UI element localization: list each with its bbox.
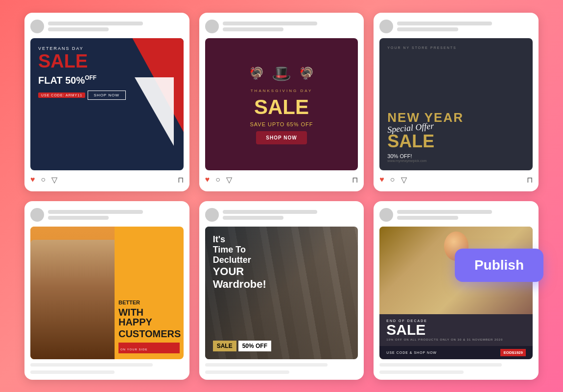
happy-customers: CUSTOMERS xyxy=(118,329,180,339)
veterans-shop-now[interactable]: SHOP NOW xyxy=(88,91,126,100)
happy-person-photo xyxy=(30,227,115,359)
card-header-veterans xyxy=(30,19,184,34)
thanksgiving-shop-now[interactable]: SHOP NOW xyxy=(256,131,306,144)
card-bottom-line-short xyxy=(379,370,464,374)
comment-icon[interactable]: ○ xyxy=(390,175,395,184)
header-lines-decade xyxy=(397,210,533,220)
declutter-time: Time To xyxy=(213,245,351,255)
card-header-thanksgiving xyxy=(205,19,358,34)
thanksgiving-sale: SALE xyxy=(254,97,309,117)
card-actions-thanksgiving: ♥ ○ ▽ ⊓ xyxy=(205,174,358,185)
card-header-happy xyxy=(30,207,184,223)
main-container: VETERANS DAY SALE FLAT 50%OFF USE CODE: … xyxy=(24,13,539,380)
image-veterans: VETERANS DAY SALE FLAT 50%OFF USE CODE: … xyxy=(30,38,184,170)
card-header-newyear xyxy=(379,19,533,34)
newyear-new: NEW YEAR xyxy=(387,111,525,124)
veterans-content: VETERANS DAY SALE FLAT 50%OFF USE CODE: … xyxy=(38,46,176,100)
decade-text-box: END OF DECADE SALE 10% OFF ON ALL PRODUC… xyxy=(379,314,533,346)
header-lines-thanksgiving xyxy=(223,22,358,31)
header-line-handle xyxy=(223,216,284,220)
newyear-url: www.mynewyearpick.com xyxy=(387,159,525,162)
newyear-sale: SALE xyxy=(387,133,525,150)
decade-sale: SALE xyxy=(386,323,526,337)
action-left-newyear: ♥ ○ ▽ xyxy=(379,175,406,184)
thanksgiving-save: SAVE UPTO 65% OFF xyxy=(250,121,313,127)
header-lines-newyear xyxy=(397,22,533,31)
newyear-off: 30% OFF! xyxy=(387,153,525,159)
declutter-to: Declutter xyxy=(213,255,351,265)
card-decade: END OF DECADE SALE 10% OFF ON ALL PRODUC… xyxy=(374,201,539,380)
happy-text-section: BETTER WITH HAPPY CUSTOMERS ON YOUR SIDE xyxy=(115,294,184,359)
heart-icon[interactable]: ♥ xyxy=(205,175,210,184)
avatar-veterans xyxy=(30,20,44,33)
declutter-its: It's xyxy=(213,234,351,245)
decade-usecode: USE CODE & SHOP NOW xyxy=(386,351,437,354)
header-lines-declutter xyxy=(223,210,358,220)
happy-red-bar: ON YOUR SIDE xyxy=(118,343,180,353)
declutter-percent: 50% OFF xyxy=(238,341,271,351)
card-bottom-line-short xyxy=(30,370,115,374)
happy-person-silhouette xyxy=(30,240,115,359)
happy-better: BETTER xyxy=(118,300,180,305)
header-line-handle xyxy=(223,27,284,31)
turkey-right-icon: 🦃 xyxy=(299,67,314,80)
header-line-handle xyxy=(48,27,109,31)
header-line-handle xyxy=(397,27,458,31)
share-icon[interactable]: ▽ xyxy=(51,175,57,184)
avatar-decade xyxy=(379,208,393,222)
card-bottom-line xyxy=(379,363,502,367)
image-happy: BETTER WITH HAPPY CUSTOMERS ON YOUR SIDE xyxy=(30,227,184,359)
card-bottom-line-short xyxy=(205,370,289,374)
thanksgiving-label: THANKSGIVING DAY xyxy=(251,89,313,93)
comment-icon[interactable]: ○ xyxy=(41,175,46,184)
action-left-thanksgiving: ♥ ○ ▽ xyxy=(205,175,232,184)
header-lines-veterans xyxy=(48,22,184,31)
bookmark-icon[interactable]: ⊓ xyxy=(352,175,358,184)
header-line-name xyxy=(48,22,143,25)
veterans-title: VETERANS DAY xyxy=(38,46,176,51)
share-icon[interactable]: ▽ xyxy=(226,175,232,184)
happy-with: WITH HAPPY xyxy=(118,307,180,327)
declutter-text: It's Time To Declutter Your Wardrobe! xyxy=(213,234,351,291)
header-line-handle xyxy=(397,216,458,220)
decade-code-badge: EOD$1929 xyxy=(500,349,526,356)
image-newyear: YOUR NY STORE PRESENTS NEW YEAR Special … xyxy=(379,38,533,170)
declutter-wardrobe: Wardrobe! xyxy=(213,278,351,291)
action-left-veterans: ♥ ○ ▽ xyxy=(30,175,57,184)
card-header-decade xyxy=(379,207,533,223)
publish-button[interactable]: Publish xyxy=(455,249,543,282)
heart-icon[interactable]: ♥ xyxy=(379,175,384,184)
card-bottom-line xyxy=(205,363,328,367)
card-actions-veterans: ♥ ○ ▽ ⊓ xyxy=(30,174,184,185)
hat-icon: 🎩 xyxy=(272,64,291,83)
veterans-sale: SALE xyxy=(38,52,176,70)
newyear-presents: YOUR NY STORE PRESENTS xyxy=(387,46,525,49)
comment-icon[interactable]: ○ xyxy=(215,175,220,184)
share-icon[interactable]: ▽ xyxy=(401,175,407,184)
card-bottom-line xyxy=(30,363,153,367)
veterans-off: OFF xyxy=(85,74,96,81)
decade-details: 10% OFF ON ALL PRODUCTS ONLY ON 30 & 31 … xyxy=(386,338,526,341)
header-line-name xyxy=(48,210,143,214)
heart-icon[interactable]: ♥ xyxy=(30,175,35,184)
image-decade: END OF DECADE SALE 10% OFF ON ALL PRODUC… xyxy=(379,227,533,359)
card-happy: BETTER WITH HAPPY CUSTOMERS ON YOUR SIDE xyxy=(24,201,189,380)
card-newyear: YOUR NY STORE PRESENTS NEW YEAR Special … xyxy=(374,13,539,191)
bookmark-icon[interactable]: ⊓ xyxy=(527,175,533,184)
avatar-declutter xyxy=(205,208,219,222)
veterans-flat: FLAT 50%OFF xyxy=(38,74,176,86)
veterans-code: USE CODE: ARMY11 xyxy=(38,92,85,98)
header-line-name xyxy=(397,210,492,214)
card-thanksgiving: 🦃 🎩 🦃 THANKSGIVING DAY SALE SAVE UPTO 65… xyxy=(199,13,364,191)
bookmark-icon[interactable]: ⊓ xyxy=(178,175,184,184)
card-actions-newyear: ♥ ○ ▽ ⊓ xyxy=(379,174,533,185)
avatar-newyear xyxy=(379,20,393,33)
declutter-your: Your xyxy=(213,265,351,278)
header-lines-happy xyxy=(48,210,184,220)
card-veterans: VETERANS DAY SALE FLAT 50%OFF USE CODE: … xyxy=(24,13,189,191)
header-line-name xyxy=(223,22,318,25)
happy-sub: ON YOUR SIDE xyxy=(120,348,148,351)
image-thanksgiving: 🦃 🎩 🦃 THANKSGIVING DAY SALE SAVE UPTO 65… xyxy=(205,38,358,170)
thanksgiving-birds: 🦃 🎩 🦃 xyxy=(249,64,314,83)
image-declutter: It's Time To Declutter Your Wardrobe! SA… xyxy=(205,227,358,359)
